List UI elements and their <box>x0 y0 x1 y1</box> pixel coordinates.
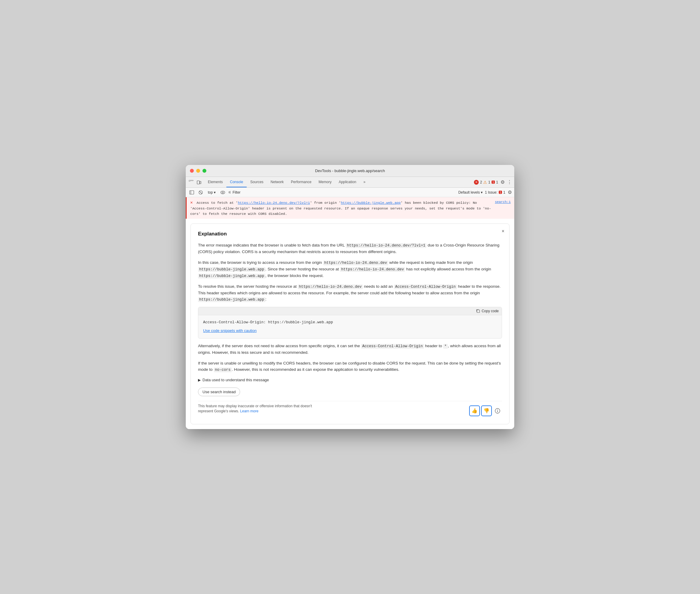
tab-right-controls: ✕ 2 ⚠ 1 1 1 ⚙ ⋮ <box>474 179 512 185</box>
svg-rect-3 <box>200 182 201 184</box>
context-selector[interactable]: top ▾ <box>206 190 217 195</box>
url1-code: https://hello-io-24.deno.dev/?lvl=1 <box>346 243 427 248</box>
error-badge-group: ✕ 2 ⚠ 1 1 1 <box>474 180 498 185</box>
filter-label: Filter <box>233 190 241 195</box>
svg-rect-2 <box>197 181 200 184</box>
svg-point-13 <box>497 409 498 410</box>
inspect-icon[interactable] <box>188 179 194 185</box>
filter-icon: ⚟ <box>228 190 232 195</box>
copy-code-button[interactable]: Copy code <box>476 309 499 313</box>
origin-url-link[interactable]: https://bubble-jingle.web.app <box>341 201 400 205</box>
caution-link[interactable]: Use code snippets with caution <box>203 328 497 334</box>
learn-more-link[interactable]: Learn more <box>240 409 258 413</box>
origin1-code: https://hello-io-24.deno.dev <box>323 261 388 265</box>
tab-application[interactable]: Application <box>335 177 360 187</box>
devtools-window: DevTools - bubble-jingle.web.app/search … <box>186 165 514 429</box>
close-button[interactable] <box>190 169 194 173</box>
device-icon[interactable] <box>196 179 202 185</box>
tab-more[interactable]: » <box>360 177 369 187</box>
clear-console-icon[interactable] <box>197 189 204 196</box>
error-message-content: ✕ Access to fetch at 'https://hello-io-2… <box>190 200 495 216</box>
explanation-para2: In this case, the browser is trying to a… <box>198 259 502 279</box>
svg-line-7 <box>200 191 202 194</box>
svg-rect-0 <box>189 180 190 182</box>
console-settings-icon[interactable]: ⚙ <box>508 190 512 195</box>
header2-code: Access-Control-Allow-Origin <box>361 344 424 349</box>
sidebar-toggle[interactable] <box>188 189 195 196</box>
title-bar: DevTools - bubble-jingle.web.app/search <box>186 165 514 177</box>
data-disclosure-label: Data used to understand this message <box>203 377 269 383</box>
warn-count: 1 <box>488 180 490 184</box>
tab-memory[interactable]: Memory <box>315 177 335 187</box>
origin2-code: https://bubble-jingle.web.app <box>198 267 266 272</box>
explanation-para4: Alternatively, if the server does not ne… <box>198 343 502 356</box>
tab-sources[interactable]: Sources <box>247 177 267 187</box>
feedback-row: This feature may display inaccurate or o… <box>198 401 502 418</box>
warning-icon: ⚠ <box>483 180 487 185</box>
svg-rect-10 <box>477 310 480 312</box>
devtools-tabs-bar: Elements Console Sources Network Perform… <box>186 177 514 188</box>
explanation-title: Explanation <box>198 230 502 238</box>
explanation-para1: The error message indicates that the bro… <box>198 242 502 255</box>
issues-button[interactable]: 1 Issue: 1 1 <box>485 190 505 195</box>
mode-code: no-cors <box>214 367 232 372</box>
error-source-link[interactable]: search:1 <box>495 200 511 216</box>
wildcard-code: * <box>443 344 448 349</box>
code-block-header: Copy code <box>198 307 502 315</box>
settings-icon[interactable]: ⚙ <box>500 179 505 185</box>
traffic-lights <box>190 169 206 173</box>
feedback-buttons: 👍 👎 <box>469 405 502 416</box>
error-message-bar: ✕ Access to fetch at 'https://hello-io-2… <box>186 197 514 219</box>
origin3-code: https://hello-io-24.deno.dev <box>340 267 405 272</box>
issues-badge: 1 <box>499 191 502 194</box>
devtools-icons <box>188 179 202 185</box>
thumbs-up-button[interactable]: 👍 <box>469 405 480 416</box>
svg-rect-4 <box>189 191 194 194</box>
tab-network[interactable]: Network <box>267 177 287 187</box>
code-block-body: Access-Control-Allow-Origin: https://bub… <box>198 315 502 338</box>
more-options-icon[interactable]: ⋮ <box>507 179 512 185</box>
disclaimer-text: This feature may display inaccurate or o… <box>198 404 323 414</box>
window-title: DevTools - bubble-jingle.web.app/search <box>315 168 385 173</box>
use-search-button[interactable]: Use search instead <box>198 388 240 396</box>
issue-count: 1 <box>496 180 498 184</box>
explanation-panel: Explanation × The error message indicate… <box>190 224 510 424</box>
origin5-code: https://bubble-jingle.web.app <box>198 297 266 302</box>
console-toolbar: top ▾ ⚟ Filter Default levels ▾ 1 Issue:… <box>186 188 514 197</box>
explanation-para5: If the server is unable or unwilling to … <box>198 360 502 373</box>
resolve-url-code: https://hello-io-24.deno.dev <box>298 285 363 289</box>
origin4-code: https://bubble-jingle.web.app <box>198 274 266 278</box>
tab-list: Elements Console Sources Network Perform… <box>204 177 474 187</box>
feedback-info-button[interactable] <box>493 406 502 415</box>
explanation-para3: To resolve this issue, the server hostin… <box>198 283 502 303</box>
svg-point-8 <box>221 191 225 194</box>
issue-badge: 1 <box>492 180 495 184</box>
code-block: Copy code Access-Control-Allow-Origin: h… <box>198 307 502 338</box>
header1-code: Access-Control-Allow-Origin <box>394 285 457 289</box>
code-snippet-text: Access-Control-Allow-Origin: https://bub… <box>203 320 497 325</box>
tab-elements[interactable]: Elements <box>204 177 226 187</box>
close-explanation-button[interactable]: × <box>502 229 504 234</box>
fetch-url-link[interactable]: https://hello-io-24.deno.dev/?lvl=1 <box>238 201 310 205</box>
svg-point-9 <box>222 192 223 193</box>
error-icon: ✕ <box>190 200 193 205</box>
data-disclosure-toggle[interactable]: ▶ Data used to understand this message <box>198 377 502 383</box>
error-count: 2 <box>480 180 482 184</box>
console-content: ✕ Access to fetch at 'https://hello-io-2… <box>186 197 514 429</box>
default-levels-selector[interactable]: Default levels ▾ <box>458 190 483 195</box>
error-badge: ✕ <box>474 180 479 185</box>
filter-area: ⚟ Filter <box>228 190 241 195</box>
svg-rect-1 <box>191 180 193 181</box>
thumbs-down-button[interactable]: 👎 <box>481 405 492 416</box>
tab-console[interactable]: Console <box>226 177 247 187</box>
filter-right: Default levels ▾ 1 Issue: 1 1 ⚙ <box>458 190 512 195</box>
disclosure-arrow: ▶ <box>198 377 201 383</box>
maximize-button[interactable] <box>203 169 206 173</box>
eye-icon[interactable] <box>219 189 226 196</box>
tab-performance[interactable]: Performance <box>287 177 315 187</box>
minimize-button[interactable] <box>196 169 200 173</box>
